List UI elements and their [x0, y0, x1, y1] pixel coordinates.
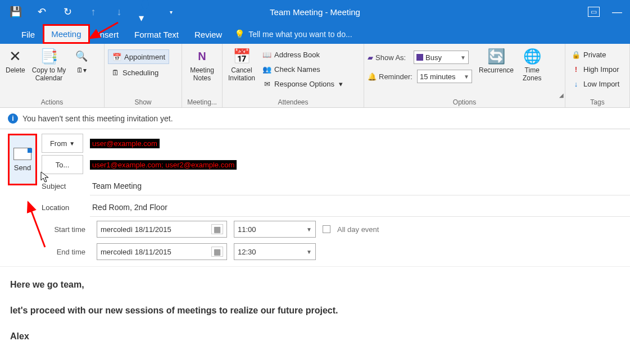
end-time-label: End time — [42, 248, 90, 256]
globe-icon: 🌐 — [523, 47, 541, 65]
window-title: Team Meeting - Meeting — [270, 7, 360, 17]
tell-me-placeholder: Tell me what you want to do... — [248, 30, 352, 39]
group-attendees-label: Attendees — [223, 97, 364, 107]
save-icon[interactable]: 💾 — [10, 6, 21, 17]
all-day-label: All day event — [337, 225, 379, 234]
response-options-icon: ✉ — [262, 79, 272, 89]
calendar-small-icon: 🗓 — [76, 66, 83, 74]
options-dialog-launcher[interactable]: ◢ — [559, 92, 564, 98]
group-options-label: Options — [364, 97, 565, 107]
redo-icon[interactable]: ↻ — [62, 6, 73, 17]
tab-insert[interactable]: Insert — [90, 25, 127, 44]
high-importance-icon: ! — [571, 64, 581, 74]
private-button[interactable]: 🔒 Private — [569, 48, 622, 61]
group-meeting-label: Meeting... — [182, 97, 222, 107]
calendar-picker-icon[interactable]: ▦ — [211, 247, 223, 257]
busy-color-icon — [416, 54, 423, 61]
compose-header: Send From▼ user@example.com To... user1@… — [0, 129, 630, 267]
ribbon: ✕ Delete 📑 Copy to My Calendar 🔍 🗓▾ Acti… — [0, 44, 630, 108]
calendar-icon: 🔍 — [72, 47, 90, 65]
ribbon-display-options-icon[interactable]: ▭ — [588, 7, 600, 17]
check-names-icon: 👥 — [262, 64, 272, 74]
title-bar: 💾 ↶ ↻ ↑ ↓ 👤▾ ▾ Team Meeting - Meeting ▭ … — [0, 0, 630, 24]
info-bar: i You haven't sent this meeting invitati… — [0, 108, 630, 129]
appointment-icon: 📅 — [112, 52, 122, 62]
cancel-invitation-button[interactable]: 📅✕ Cancel Invitation — [226, 46, 257, 83]
reminder-dropdown[interactable]: 15 minutes ▼ — [417, 70, 472, 83]
delete-icon: ✕ — [6, 47, 24, 65]
info-text: You haven't sent this meeting invitation… — [22, 114, 173, 123]
to-value[interactable]: user1@example.com; user2@example.com — [90, 160, 237, 170]
start-date-input[interactable]: mercoledì 18/11/2015 ▦ — [97, 221, 227, 238]
lightbulb-icon: 💡 — [234, 29, 245, 39]
undo-icon[interactable]: ↶ — [36, 6, 47, 17]
send-button[interactable]: Send — [8, 134, 37, 185]
group-actions-label: Actions — [0, 97, 104, 107]
body-line: Here we go team, — [10, 278, 620, 292]
cancel-icon: 📅✕ — [233, 47, 251, 65]
low-importance-icon: ↓ — [571, 79, 581, 89]
body-line: Alex — [10, 330, 620, 343]
group-show-label: Show — [105, 97, 182, 107]
subject-input[interactable]: Team Meeting — [90, 177, 630, 195]
from-value: user@example.com — [90, 139, 160, 148]
time-zones-button[interactable]: 🌐 Time Zones — [520, 46, 543, 83]
low-importance-button[interactable]: ↓ Low Import — [569, 78, 622, 90]
delete-button[interactable]: ✕ Delete — [3, 46, 28, 75]
tab-meeting[interactable]: Meeting — [43, 24, 89, 44]
location-label: Location — [42, 203, 90, 212]
start-time-label: Start time — [42, 225, 90, 234]
calendar-dropdown-button[interactable]: 🔍 🗓▾ — [70, 46, 93, 75]
start-time-input[interactable]: 11:00▼ — [234, 221, 316, 238]
location-input[interactable]: Red Room, 2nd Floor — [90, 198, 630, 217]
group-tags-label: Tags — [565, 97, 629, 107]
show-as-toggle-icon: ▰ — [368, 53, 373, 62]
all-day-checkbox[interactable] — [323, 225, 330, 233]
tab-format-text[interactable]: Format Text — [126, 25, 187, 44]
info-icon: i — [8, 113, 18, 124]
tab-review[interactable]: Review — [187, 25, 230, 44]
show-as-dropdown[interactable]: Busy ▼ — [414, 51, 469, 64]
recurrence-button[interactable]: 🔄 Recurrence — [477, 46, 516, 75]
envelope-icon — [13, 148, 31, 160]
subject-label: Subject — [42, 182, 90, 190]
onenote-icon: N — [193, 47, 211, 65]
reminder-label: Reminder: — [379, 72, 415, 81]
qat-customize-icon[interactable]: ▾ — [165, 6, 176, 17]
recurrence-icon: 🔄 — [487, 47, 505, 65]
high-importance-button[interactable]: ! High Impor — [569, 63, 622, 75]
body-line: let's proceed with our new sessions of m… — [10, 304, 620, 317]
check-names-button[interactable]: 👥 Check Names — [260, 63, 345, 75]
copy-to-my-calendar-button[interactable]: 📑 Copy to My Calendar — [30, 46, 69, 83]
meeting-notes-button[interactable]: N Meeting Notes — [188, 46, 216, 83]
end-date-input[interactable]: mercoledì 18/11/2015 ▦ — [97, 243, 227, 260]
reminder-bell-icon: 🔔 — [368, 72, 377, 81]
calendar-copy-icon: 📑 — [40, 47, 58, 65]
show-as-label: Show As: — [375, 53, 411, 62]
minimize-icon[interactable]: — — [612, 6, 622, 18]
to-button[interactable]: To... — [42, 155, 83, 174]
ribbon-tabs: File Meeting Insert Format Text Review 💡… — [0, 24, 630, 44]
scheduling-button[interactable]: 🗓 Scheduling — [108, 66, 169, 79]
lock-icon: 🔒 — [571, 49, 581, 60]
tell-me-search[interactable]: 💡 Tell me what you want to do... — [234, 25, 352, 44]
address-book-button[interactable]: 📖 Address Book — [260, 48, 345, 61]
address-book-icon: 📖 — [262, 49, 272, 60]
up-icon[interactable]: ↑ — [88, 6, 99, 17]
from-button[interactable]: From▼ — [42, 134, 83, 153]
end-time-input[interactable]: 12:30▼ — [234, 243, 316, 260]
down-icon[interactable]: ↓ — [114, 6, 125, 17]
people-icon[interactable]: 👤▾ — [139, 6, 151, 17]
calendar-picker-icon[interactable]: ▦ — [211, 224, 223, 234]
appointment-button[interactable]: 📅 Appointment — [108, 49, 169, 64]
scheduling-icon: 🗓 — [110, 67, 120, 78]
message-body[interactable]: Here we go team, let's proceed with our … — [0, 267, 630, 364]
tab-file[interactable]: File — [13, 25, 43, 44]
response-options-button[interactable]: ✉ Response Options ▾ — [260, 78, 345, 90]
